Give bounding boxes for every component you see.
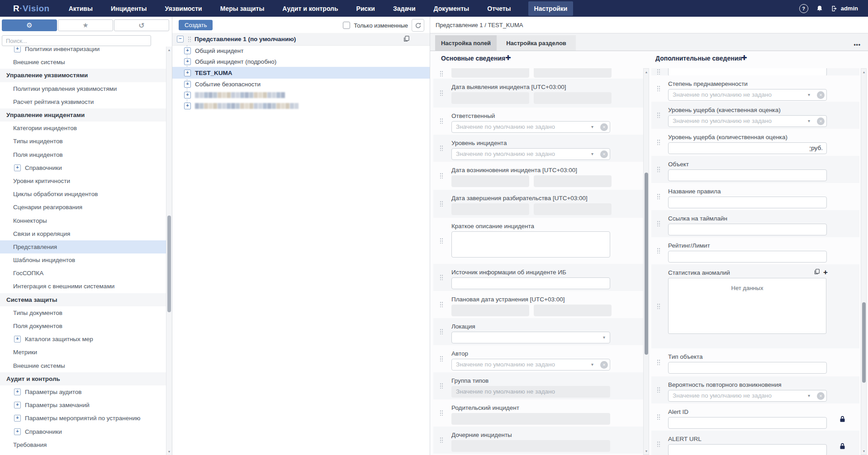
drag-handle-icon[interactable]	[440, 301, 443, 307]
nav-item-настройки[interactable]: Настройки	[528, 1, 574, 16]
more-menu-icon[interactable]: •••	[854, 42, 861, 48]
nav-item-меры-защиты[interactable]: Меры защиты	[219, 1, 266, 16]
expand-plus-icon[interactable]: +	[14, 389, 21, 395]
text-input[interactable]	[668, 444, 827, 455]
tree-item[interactable]: +	[172, 100, 430, 111]
expand-plus-icon[interactable]: +	[14, 47, 21, 52]
scrollbar-thumb[interactable]	[167, 216, 171, 312]
clear-value-icon[interactable]: ×	[600, 361, 608, 369]
collapse-icon[interactable]: −	[177, 36, 184, 42]
sidebar-item[interactable]: +Параметры аудитов	[0, 385, 166, 399]
textarea-input[interactable]	[451, 231, 610, 258]
drag-handle-icon[interactable]	[188, 36, 191, 42]
nav-item-активы[interactable]: Активы	[68, 1, 94, 16]
drag-handle-icon[interactable]	[657, 414, 660, 420]
create-button[interactable]: Создать	[179, 20, 213, 30]
drag-handle-icon[interactable]	[440, 328, 443, 334]
sidebar-scrollbar[interactable]: ▲ ▼	[166, 47, 172, 455]
text-input[interactable]	[668, 169, 827, 181]
number-input[interactable]: ▴▾руб.	[668, 142, 827, 154]
expand-plus-icon[interactable]: +	[14, 164, 21, 171]
drag-handle-icon[interactable]	[657, 387, 660, 393]
sidebar-item[interactable]: +Каталоги защитных мер	[0, 333, 166, 346]
clear-value-icon[interactable]: ×	[817, 91, 825, 99]
drag-handle-icon[interactable]	[657, 85, 660, 91]
nav-item-отчеты[interactable]: Отчеты	[486, 1, 512, 16]
tree-item[interactable]: +Событие безопасности	[172, 79, 430, 89]
drag-handle-icon[interactable]	[440, 274, 443, 280]
drag-handle-icon[interactable]	[657, 166, 660, 172]
dropdown-field[interactable]: Значение по умолчанию не задано▾×	[668, 89, 827, 101]
expand-plus-icon[interactable]: +	[14, 336, 21, 342]
text-input[interactable]	[668, 362, 827, 374]
expand-plus-icon[interactable]: +	[184, 103, 191, 109]
tab-field-settings[interactable]: Настройка полей	[435, 35, 497, 51]
scroll-down-icon[interactable]: ▼	[644, 450, 649, 453]
drag-handle-icon[interactable]	[440, 238, 443, 244]
sidebar-item[interactable]: Типы документов	[0, 306, 166, 319]
dropdown-field[interactable]	[668, 68, 827, 75]
refresh-button[interactable]	[412, 19, 424, 32]
text-input[interactable]	[668, 417, 827, 429]
sidebar-search-input[interactable]	[2, 35, 151, 46]
nav-item-аудит-и-контроль[interactable]: Аудит и контроль	[281, 1, 339, 16]
dropdown-field[interactable]: Значение по умолчанию не задано▾×	[451, 359, 610, 371]
only-changed-checkbox[interactable]	[343, 22, 350, 29]
clear-value-icon[interactable]: ×	[817, 117, 825, 125]
drag-handle-icon[interactable]	[440, 173, 443, 178]
sidebar-item[interactable]: +Политики инвентаризации	[0, 47, 166, 56]
drag-handle-icon[interactable]	[657, 303, 660, 309]
clear-value-icon[interactable]: ×	[600, 150, 608, 158]
scroll-down-icon[interactable]: ▼	[861, 450, 867, 453]
nav-item-документы[interactable]: Документы	[433, 1, 470, 16]
drag-handle-icon[interactable]	[657, 441, 660, 447]
expand-plus-icon[interactable]: +	[14, 415, 21, 422]
drag-handle-icon[interactable]	[440, 383, 443, 389]
sidebar-item[interactable]: Уровни критичности	[0, 174, 166, 188]
dropdown-field[interactable]: Значение по умолчанию не задано▾×	[668, 115, 827, 127]
drag-handle-icon[interactable]	[440, 70, 443, 76]
nav-item-уязвимости[interactable]: Уязвимости	[164, 1, 203, 16]
drag-handle-icon[interactable]	[657, 248, 660, 253]
scroll-down-icon[interactable]: ▼	[166, 450, 172, 453]
add-icon[interactable]: +	[823, 269, 828, 276]
nav-item-риски[interactable]: Риски	[356, 1, 376, 16]
scroll-up-icon[interactable]: ▲	[861, 70, 867, 74]
sidebar-item[interactable]: Интеграция с внешними системами	[0, 280, 166, 293]
tree-item[interactable]: +	[172, 89, 430, 100]
sidebar-item[interactable]: Категории инцидентов	[0, 122, 166, 135]
drag-handle-icon[interactable]	[440, 145, 443, 151]
drag-handle-icon[interactable]	[657, 193, 660, 199]
help-icon[interactable]: ?	[799, 4, 808, 13]
sidebar-item[interactable]: +Параметры замечаний	[0, 399, 166, 412]
expand-plus-icon[interactable]: +	[184, 47, 191, 54]
sidebar-item[interactable]: Расчет рейтинга уязвимости	[0, 95, 166, 108]
tree-item[interactable]: +TEST_KUMA	[172, 67, 430, 79]
text-input[interactable]	[668, 197, 827, 208]
dropdown-field[interactable]: Значение по умолчанию не задано▾×	[451, 121, 610, 133]
tree-item[interactable]: +Общий инцидент	[172, 45, 430, 56]
sidebar-item[interactable]: ГосСОПКА	[0, 267, 166, 280]
notifications-bell-icon[interactable]	[816, 5, 823, 12]
app-logo[interactable]: R·Vision	[13, 4, 50, 14]
sidebar-item[interactable]: Метрики	[0, 346, 166, 359]
drag-handle-icon[interactable]	[440, 90, 443, 96]
tab-favorites[interactable]: ★	[58, 19, 113, 31]
text-input[interactable]	[451, 277, 610, 289]
nav-item-задачи[interactable]: Задачи	[392, 1, 417, 16]
expand-plus-icon[interactable]: +	[14, 402, 21, 408]
expand-plus-icon[interactable]: +	[14, 428, 21, 435]
text-input[interactable]	[668, 224, 827, 235]
sidebar-item[interactable]: Поля инцидентов	[0, 148, 166, 161]
clear-value-icon[interactable]: ×	[817, 392, 825, 400]
dropdown-field[interactable]: ▾	[451, 332, 610, 343]
sidebar-item[interactable]: +Справочники	[0, 425, 166, 438]
sidebar-item[interactable]: Представления	[0, 240, 166, 253]
nav-item-инциденты[interactable]: Инциденты	[110, 1, 148, 16]
sidebar-item[interactable]: Связи и корреляция	[0, 227, 166, 240]
scrollbar-thumb[interactable]	[645, 173, 648, 355]
sidebar-item[interactable]: Внешние системы	[0, 359, 166, 372]
right-scrollbar[interactable]: ▲ ▼	[861, 68, 867, 455]
add-field-right-icon[interactable]: ✚	[741, 54, 747, 62]
expand-plus-icon[interactable]: +	[184, 58, 191, 65]
